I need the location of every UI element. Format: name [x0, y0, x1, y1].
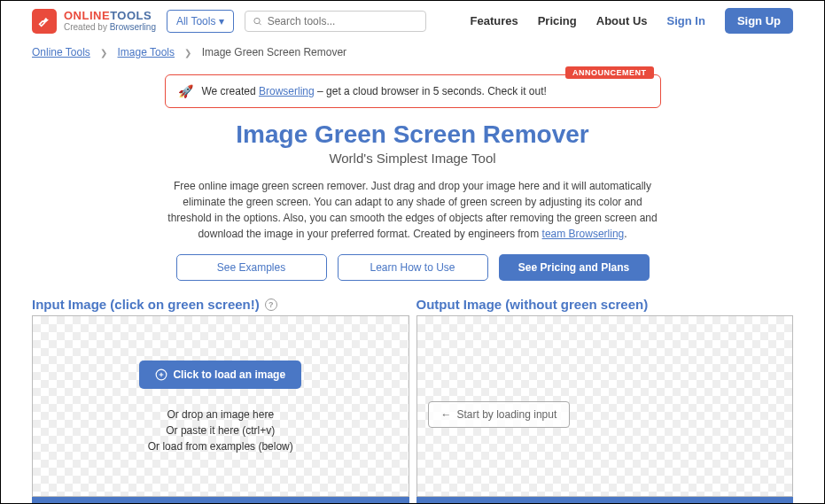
page-title: Image Green Screen Remover: [1, 120, 824, 149]
start-hint: ← Start by loading input: [428, 401, 571, 428]
logo-sublink[interactable]: Browserling: [110, 22, 156, 32]
signin-link[interactable]: Sign In: [667, 14, 705, 27]
header: ONLINETOOLS Created by Browserling All T…: [1, 1, 824, 41]
chevron-right-icon: ❯: [100, 48, 107, 58]
import-from-file-button[interactable]: Import from file: [32, 497, 158, 504]
action-buttons: See Examples Learn How to Use See Pricin…: [1, 254, 824, 281]
input-panel-title: Input Image (click on green screen!) ?: [32, 297, 409, 312]
breadcrumb-image-tools[interactable]: Image Tools: [118, 46, 175, 58]
breadcrumb: Online Tools ❯ Image Tools ❯ Image Green…: [1, 41, 824, 67]
input-save-as-button[interactable]: Save as...: [158, 497, 284, 504]
announcement: ANNOUNCEMENT 🚀 We created Browserling – …: [165, 74, 661, 108]
panels: Input Image (click on green screen!) ? C…: [1, 297, 824, 504]
chevron-down-icon: ▾: [219, 15, 224, 27]
see-pricing-button[interactable]: See Pricing and Plans: [499, 254, 650, 281]
svg-point-0: [254, 18, 260, 23]
all-tools-dropdown[interactable]: All Tools ▾: [167, 10, 234, 33]
hint-paste: Or paste it here (ctrl+v): [166, 424, 275, 437]
announcement-badge: ANNOUNCEMENT: [565, 66, 654, 79]
input-canvas[interactable]: Click to load an image Or drop an image …: [32, 315, 409, 497]
chain-with-button[interactable]: Chain with...: [416, 497, 542, 504]
output-panel: Output Image (without green screen) ← St…: [416, 297, 794, 504]
breadcrumb-current: Image Green Screen Remover: [202, 46, 346, 58]
output-footer: Chain with... Save as... Copy to clipboa…: [416, 497, 794, 504]
help-icon[interactable]: ?: [265, 299, 277, 311]
arrow-left-icon: ←: [441, 408, 452, 421]
signup-button[interactable]: Sign Up: [725, 8, 793, 34]
see-examples-button[interactable]: See Examples: [176, 254, 327, 281]
search-box[interactable]: [245, 11, 426, 32]
load-image-button[interactable]: Click to load an image: [139, 361, 301, 389]
logo-text: ONLINETOOLS Created by Browserling: [64, 10, 156, 32]
learn-how-button[interactable]: Learn How to Use: [338, 254, 488, 281]
announcement-link[interactable]: Browserling: [259, 85, 315, 97]
output-panel-title: Output Image (without green screen): [416, 297, 794, 312]
search-input[interactable]: [268, 15, 418, 27]
chevron-right-icon: ❯: [184, 48, 191, 58]
hint-examples: Or load from examples (below): [148, 440, 293, 453]
logo[interactable]: ONLINETOOLS Created by Browserling: [32, 9, 156, 34]
output-canvas: ← Start by loading input: [416, 315, 794, 497]
input-footer: Import from file Save as... Copy to clip…: [32, 497, 409, 504]
rocket-icon: 🚀: [178, 84, 193, 98]
breadcrumb-online-tools[interactable]: Online Tools: [32, 46, 90, 58]
hint-drop: Or drop an image here: [167, 408, 274, 421]
page-subtitle: World's Simplest Image Tool: [1, 151, 824, 166]
wrench-icon: [32, 9, 57, 34]
nav-features[interactable]: Features: [470, 14, 518, 27]
input-panel: Input Image (click on green screen!) ? C…: [32, 297, 409, 504]
input-copy-button[interactable]: Copy to clipboard: [284, 497, 409, 504]
output-save-as-button[interactable]: Save as...: [541, 497, 667, 504]
team-link[interactable]: team Browserling: [542, 228, 625, 240]
page-description: Free online image green screen remover. …: [165, 178, 661, 242]
output-copy-button[interactable]: Copy to clipboard: [667, 497, 793, 504]
plus-circle-icon: [155, 368, 167, 381]
nav-pricing[interactable]: Pricing: [538, 14, 577, 27]
search-icon: [253, 16, 262, 27]
nav-about[interactable]: About Us: [596, 14, 648, 27]
